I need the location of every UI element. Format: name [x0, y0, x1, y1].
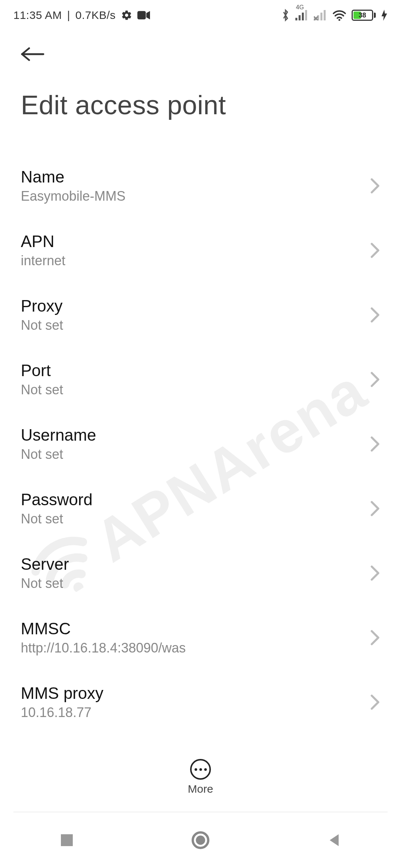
ellipsis-icon	[195, 768, 197, 771]
status-left: 11:35 AM | 0.7KB/s	[13, 9, 150, 22]
status-bar: 11:35 AM | 0.7KB/s 4G 38	[0, 0, 401, 26]
apn-row-port[interactable]: Port Not set	[21, 347, 380, 412]
apn-row-apn[interactable]: APN internet	[21, 218, 380, 283]
chevron-right-icon	[370, 500, 380, 517]
nav-back-button[interactable]	[323, 829, 345, 851]
arrow-left-icon	[21, 46, 45, 62]
svg-rect-1	[296, 18, 297, 20]
svg-rect-14	[61, 834, 73, 846]
row-title: Password	[21, 490, 92, 509]
chevron-right-icon	[370, 242, 380, 259]
svg-rect-3	[302, 13, 304, 20]
status-time: 11:35 AM	[13, 9, 62, 22]
video-camera-icon	[137, 11, 150, 20]
row-value: Not set	[21, 511, 92, 527]
circle-icon	[191, 831, 210, 849]
row-value: Not set	[21, 447, 96, 462]
chevron-right-icon	[370, 436, 380, 452]
status-network-speed: 0.7KB/s	[75, 9, 116, 22]
apn-row-mmsc[interactable]: MMSC http://10.16.18.4:38090/was	[21, 605, 380, 670]
chevron-right-icon	[370, 307, 380, 323]
system-nav-bar	[0, 812, 401, 868]
chevron-right-icon	[370, 371, 380, 388]
svg-point-16	[196, 836, 205, 845]
row-title: Server	[21, 555, 69, 573]
chevron-right-icon	[370, 694, 380, 710]
triangle-left-icon	[327, 833, 342, 848]
wifi-icon	[332, 10, 346, 21]
row-value: Not set	[21, 382, 63, 398]
apn-row-username[interactable]: Username Not set	[21, 412, 380, 476]
row-title: Proxy	[21, 297, 63, 315]
more-label: More	[188, 783, 213, 795]
svg-rect-7	[320, 13, 322, 20]
chevron-right-icon	[370, 629, 380, 646]
apn-row-server[interactable]: Server Not set	[21, 541, 380, 605]
apn-settings-list: APNArena Name Easymobile-MMS APN interne…	[0, 154, 401, 821]
bluetooth-icon	[281, 9, 290, 22]
svg-point-11	[338, 19, 340, 21]
svg-rect-4	[305, 10, 307, 20]
signal-4g-label: 4G	[296, 4, 304, 11]
svg-rect-2	[299, 15, 300, 20]
svg-rect-8	[324, 10, 326, 20]
signal-4g-icon: 4G	[295, 10, 309, 20]
status-right: 4G 38	[281, 9, 388, 22]
battery-percent: 38	[353, 11, 372, 19]
more-button[interactable]	[190, 759, 211, 780]
apn-row-proxy[interactable]: Proxy Not set	[21, 283, 380, 347]
chevron-right-icon	[370, 178, 380, 194]
row-title: Username	[21, 426, 96, 444]
signal-sim2-icon	[314, 10, 327, 20]
square-icon	[59, 833, 74, 848]
page-header: Edit access point	[0, 26, 401, 120]
row-title: APN	[21, 232, 65, 251]
battery-indicator: 38	[352, 10, 376, 21]
nav-recents-button[interactable]	[56, 829, 78, 851]
status-separator: |	[67, 9, 70, 22]
row-title: Port	[21, 361, 63, 380]
row-value: http://10.16.18.4:38090/was	[21, 640, 186, 656]
charging-icon	[381, 10, 388, 21]
apn-row-name[interactable]: Name Easymobile-MMS	[21, 154, 380, 218]
svg-rect-0	[137, 11, 146, 20]
apn-row-password[interactable]: Password Not set	[21, 476, 380, 541]
row-title: MMSC	[21, 619, 186, 638]
apn-row-mms-proxy[interactable]: MMS proxy 10.16.18.77	[21, 670, 380, 734]
page-title: Edit access point	[21, 90, 380, 120]
chevron-right-icon	[370, 565, 380, 581]
nav-home-button[interactable]	[189, 829, 212, 851]
row-value: Not set	[21, 318, 63, 333]
row-title: Name	[21, 168, 125, 186]
bottom-action-bar: More	[0, 749, 401, 805]
ellipsis-icon	[199, 768, 202, 771]
back-button[interactable]	[21, 41, 48, 68]
row-value: Not set	[21, 576, 69, 591]
gear-icon	[121, 10, 132, 21]
row-title: MMS proxy	[21, 684, 103, 703]
row-value: internet	[21, 253, 65, 269]
ellipsis-icon	[204, 768, 207, 771]
row-value: 10.16.18.77	[21, 705, 103, 720]
row-value: Easymobile-MMS	[21, 188, 125, 204]
